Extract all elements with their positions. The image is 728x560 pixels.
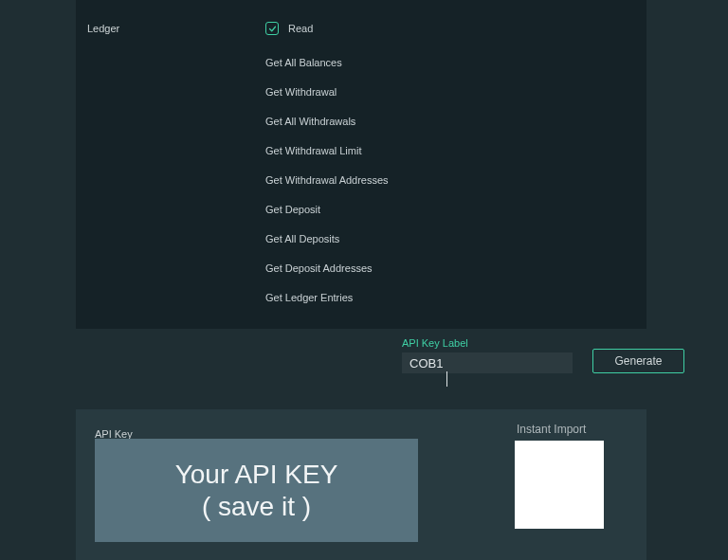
- read-label: Read: [288, 23, 313, 34]
- ledger-row: Ledger Read Get All Balances Get Withdra…: [87, 19, 646, 312]
- qr-code-placeholder: [515, 441, 604, 529]
- permission-item: Get All Deposits: [265, 224, 389, 253]
- api-key-placeholder-line2: ( save it ): [202, 491, 311, 523]
- permission-item: Get Deposit Addresses: [265, 253, 389, 282]
- api-key-placeholder-line1: Your API KEY: [175, 459, 338, 491]
- permissions-panel: Ledger Read Get All Balances Get Withdra…: [76, 0, 646, 329]
- permission-item: Get Withdrawal Limit: [265, 135, 389, 165]
- permission-item: Get Deposit: [265, 194, 389, 224]
- permission-item: Get Withdrawal Addresses: [265, 165, 389, 194]
- api-key-result-panel: API Key Your API KEY ( save it ) Instant…: [76, 409, 646, 560]
- api-key-label-input[interactable]: [402, 352, 573, 373]
- permission-list: Read Get All Balances Get Withdrawal Get…: [265, 19, 389, 312]
- instant-import-label: Instant Import: [517, 423, 586, 436]
- read-permission[interactable]: Read: [265, 19, 389, 38]
- permission-item: Get All Withdrawals: [265, 106, 389, 135]
- api-key-label-group: API Key Label: [402, 337, 573, 373]
- api-key-display-box: Your API KEY ( save it ): [95, 439, 418, 542]
- permission-item: Get Ledger Entries: [265, 282, 389, 312]
- ledger-section-label: Ledger: [87, 19, 265, 34]
- text-caret: [446, 371, 447, 387]
- check-icon[interactable]: [265, 22, 279, 35]
- permission-item: Get Withdrawal: [265, 77, 389, 106]
- api-key-label-field-label: API Key Label: [402, 337, 573, 349]
- permission-item: Get All Balances: [265, 47, 389, 77]
- generate-button[interactable]: Generate: [592, 349, 684, 373]
